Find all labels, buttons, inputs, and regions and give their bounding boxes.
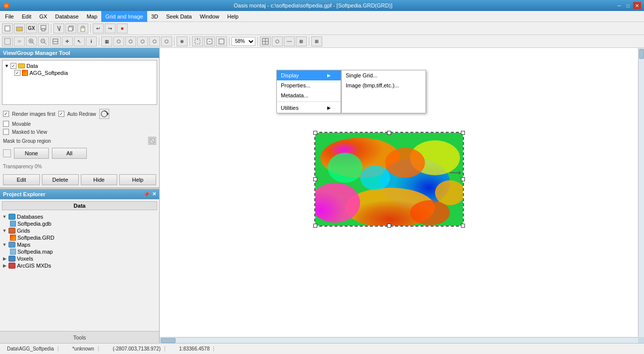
pt-item-softpedia-map[interactable]: Softpedia.map	[10, 248, 157, 255]
more1-btn[interactable]: ⬡	[113, 36, 124, 46]
symbol-btn[interactable]: ⊕	[177, 36, 188, 46]
redo-btn[interactable]: ↪	[105, 23, 116, 33]
menu-display-item[interactable]: Display ▶	[277, 70, 341, 80]
expand-arcgis: ▶	[2, 263, 7, 268]
tree-item-data[interactable]: ▼ Data	[4, 62, 155, 69]
movable-checkbox[interactable]	[3, 121, 9, 127]
pt-item-softpedia-grd[interactable]: Softpedia.GRD	[10, 234, 157, 241]
hide-button[interactable]: Hide	[81, 174, 118, 185]
menu-utilities-item[interactable]: Utilities ▶	[277, 103, 341, 113]
svg-rect-26	[219, 39, 224, 44]
menu-seek-data[interactable]: Seek Data	[162, 11, 196, 22]
menu-edit[interactable]: Edit	[18, 11, 35, 22]
maximize-button[interactable]: □	[624, 2, 632, 9]
info-btn[interactable]: i	[86, 36, 97, 46]
toolbar-1: GX ↩ ↪ ■	[0, 22, 644, 35]
v-scrollbar[interactable]	[638, 48, 644, 337]
grid2-btn[interactable]: ⊞	[311, 36, 322, 46]
pt-item-maps[interactable]: ▼ Maps	[2, 241, 157, 248]
menu-grid-and-image[interactable]: Grid and Image	[101, 11, 147, 22]
handle-ml[interactable]	[313, 177, 317, 181]
cut-btn[interactable]	[53, 23, 64, 33]
handle-tr[interactable]	[461, 131, 465, 135]
more2-btn[interactable]: ⬡	[125, 36, 136, 46]
tools-bar[interactable]: Tools	[0, 331, 159, 343]
zoom-sel-btn[interactable]	[192, 36, 203, 46]
minimize-button[interactable]: ─	[615, 2, 623, 9]
pt-item-softpedia-gdb[interactable]: Softpedia.gdb	[10, 220, 157, 227]
delete-button[interactable]: Delete	[42, 174, 79, 185]
render-images-checkbox[interactable]	[3, 111, 9, 117]
canvas-area[interactable]: Display ▶ Properties... Metadata... Util…	[160, 48, 644, 343]
map-image[interactable]	[314, 132, 464, 227]
open-btn[interactable]	[14, 23, 25, 33]
none-btn[interactable]: None	[14, 148, 49, 159]
project-close-btn[interactable]: ✕	[152, 191, 156, 198]
menu-gx[interactable]: GX	[35, 11, 51, 22]
more8-btn[interactable]: ⊞	[296, 36, 307, 46]
more7-btn[interactable]	[284, 36, 295, 46]
select-btn[interactable]	[2, 36, 13, 46]
stop-btn[interactable]: ■	[117, 23, 128, 33]
paste-btn[interactable]	[77, 23, 88, 33]
all-btn[interactable]: All	[52, 148, 87, 159]
more5-btn[interactable]: ⬡	[161, 36, 172, 46]
export-btn[interactable]	[204, 36, 215, 46]
menu-window[interactable]: Window	[196, 11, 223, 22]
agg-checkbox[interactable]	[14, 70, 20, 76]
arrow-btn[interactable]: ↖	[74, 36, 85, 46]
menu-database[interactable]: Database	[51, 11, 83, 22]
redraw-icon-btn[interactable]	[99, 109, 109, 119]
zoom-select[interactable]: 58% 100% 50%	[231, 37, 255, 46]
expand-databases: ▼	[2, 214, 7, 219]
pin-icon[interactable]: 📌	[143, 191, 150, 198]
menu-properties-item[interactable]: Properties...	[277, 80, 341, 90]
v-scroll-thumb[interactable]	[639, 49, 644, 59]
zoom-extent-btn[interactable]	[50, 36, 61, 46]
undo-btn[interactable]: ↩	[93, 23, 104, 33]
h-scroll-thumb[interactable]	[161, 338, 176, 343]
close-button[interactable]: ✕	[633, 2, 641, 9]
refresh-btn[interactable]	[216, 36, 227, 46]
menu-file[interactable]: File	[1, 11, 18, 22]
print-btn[interactable]	[38, 23, 49, 33]
pt-item-grids[interactable]: ▼ Grids	[2, 227, 157, 234]
pt-item-databases[interactable]: ▼ Databases	[2, 213, 157, 220]
menu-map[interactable]: Map	[83, 11, 101, 22]
submenu-single-grid[interactable]: Single Grid...	[342, 70, 426, 80]
submenu-image[interactable]: Image (bmp,tiff,etc.)...	[342, 80, 426, 90]
h-scrollbar[interactable]	[160, 337, 638, 343]
zoom-in-btn[interactable]	[26, 36, 37, 46]
zoom-out-btn[interactable]	[38, 36, 49, 46]
more6-btn[interactable]: ⬡	[272, 36, 283, 46]
grids-icon	[8, 228, 15, 234]
handle-tm[interactable]	[387, 131, 391, 135]
data-checkbox[interactable]	[10, 63, 16, 69]
mask-vis-icon	[3, 149, 11, 157]
help-button[interactable]: Help	[119, 174, 156, 185]
masked-view-checkbox[interactable]	[3, 129, 9, 135]
gx-btn[interactable]: GX	[26, 23, 37, 33]
tree-item-agg[interactable]: AGG_Softpedia	[14, 69, 155, 76]
menu-metadata-item[interactable]: Metadata...	[277, 90, 341, 100]
handle-tl[interactable]	[313, 131, 317, 135]
edit-button[interactable]: Edit	[3, 174, 40, 185]
menu-help[interactable]: Help	[223, 11, 243, 22]
project-tree: ▼ Databases Softpedia.gdb ▼ Grids Softpe…	[0, 212, 159, 331]
new-btn[interactable]	[2, 23, 13, 33]
handle-mr[interactable]	[461, 177, 465, 181]
handle-bl[interactable]	[313, 224, 317, 228]
pan-btn[interactable]: ☞	[14, 36, 25, 46]
grid-btn[interactable]	[260, 36, 271, 46]
auto-redraw-checkbox[interactable]	[58, 111, 64, 117]
pt-item-arcgis[interactable]: ▶ ArcGIS MXDs	[2, 262, 157, 269]
handle-br[interactable]	[461, 224, 465, 228]
handle-bm[interactable]	[387, 224, 391, 228]
copy-btn[interactable]	[65, 23, 76, 33]
more4-btn[interactable]: ⬡	[149, 36, 160, 46]
select2-btn[interactable]: ▦	[101, 36, 112, 46]
pt-item-voxels[interactable]: ▶ Voxels	[2, 255, 157, 262]
menu-3d[interactable]: 3D	[147, 11, 162, 22]
more3-btn[interactable]: ⬡	[137, 36, 148, 46]
crosshair-btn[interactable]: ✛	[62, 36, 73, 46]
